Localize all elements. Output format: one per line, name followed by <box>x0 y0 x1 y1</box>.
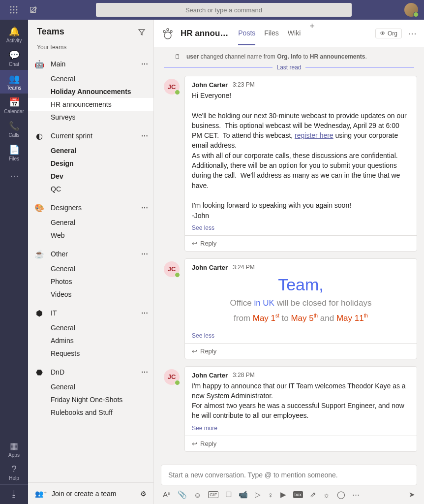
reply-button[interactable]: ↩Reply <box>185 235 417 251</box>
svg-point-13 <box>170 31 172 32</box>
org-visibility[interactable]: 👁Org <box>375 29 402 38</box>
channel-item[interactable]: General <box>28 321 153 334</box>
team-icon: 🎨 <box>33 201 46 214</box>
join-create-team[interactable]: Join or create a team <box>52 490 135 498</box>
channel-item[interactable]: Rulebooks and Stuff <box>28 406 153 419</box>
youtube-icon[interactable]: ▶ <box>280 490 286 499</box>
app-launcher-icon[interactable] <box>4 6 24 14</box>
rail-calendar[interactable]: 📅Calendar <box>0 94 28 117</box>
channel-item[interactable]: Design <box>28 157 153 170</box>
emoji-icon[interactable]: ☺ <box>194 491 201 499</box>
reply-button[interactable]: ↩Reply <box>185 436 417 451</box>
team-row[interactable]: 🤖Main⋯ <box>28 56 153 72</box>
tab-files[interactable]: Files <box>264 21 279 45</box>
message-body: I'm happy to announce that our IT Team w… <box>192 381 410 421</box>
box-icon[interactable]: box <box>293 491 303 498</box>
channel-item[interactable]: General <box>28 216 153 229</box>
stream-icon[interactable]: ▷ <box>255 490 261 499</box>
rail-chat[interactable]: 💬Chat <box>0 46 28 70</box>
weather-icon[interactable]: ☼ <box>323 491 330 499</box>
message-author[interactable]: John Carter <box>192 372 228 379</box>
channel-item[interactable]: General <box>28 262 153 275</box>
rail-download[interactable]: ⭳ <box>0 484 28 504</box>
channel-item[interactable]: QC <box>28 183 153 195</box>
team-name: Designers <box>51 204 136 212</box>
team-more-button[interactable]: ⋯ <box>141 309 149 317</box>
rail-more[interactable]: ⋯ <box>0 164 28 188</box>
channel-item[interactable]: Surveys <box>28 111 153 124</box>
channel-item[interactable]: General <box>28 72 153 85</box>
compose-icon[interactable] <box>24 5 43 14</box>
team-row[interactable]: ⬢IT⋯ <box>28 305 153 321</box>
stocks-icon[interactable]: ⇗ <box>310 490 316 499</box>
attach-icon[interactable]: 📎 <box>178 490 187 499</box>
team-more-button[interactable]: ⋯ <box>141 60 149 68</box>
svg-point-11 <box>167 29 169 31</box>
meet-icon[interactable]: 📹 <box>239 490 248 499</box>
channel-item[interactable]: Dev <box>28 170 153 183</box>
rail-help[interactable]: ?Help <box>0 461 28 484</box>
composer-input[interactable] <box>161 465 417 485</box>
channel-item[interactable]: Web <box>28 229 153 242</box>
channel-item[interactable]: HR announcements <box>28 98 153 111</box>
message-avatar[interactable]: JC <box>164 261 180 277</box>
message-author[interactable]: John Carter <box>192 264 228 271</box>
sticker-icon[interactable]: ☐ <box>225 490 232 499</box>
filter-icon[interactable] <box>138 28 146 36</box>
channel-item[interactable]: Photos <box>28 275 153 288</box>
tab-wiki[interactable]: Wiki <box>288 21 301 45</box>
rail-calendar-label: Calendar <box>4 109 24 114</box>
send-button[interactable]: ➤ <box>409 490 415 499</box>
tab-posts[interactable]: Posts <box>238 21 255 45</box>
reply-button[interactable]: ↩Reply <box>185 343 417 359</box>
rail-activity[interactable]: 🔔Activity <box>0 23 28 46</box>
team-more-button[interactable]: ⋯ <box>141 132 149 140</box>
team-name: Current sprint <box>51 132 136 140</box>
team-row[interactable]: 🎨Designers⋯ <box>28 199 153 216</box>
message: JCJohn Carter3:28 PMI'm happy to announc… <box>161 366 417 452</box>
team-more-button[interactable]: ⋯ <box>141 204 149 212</box>
see-toggle[interactable]: See less <box>192 332 410 339</box>
gif-icon[interactable]: GIF <box>208 491 218 498</box>
rail-calls[interactable]: 📞Calls <box>0 117 28 141</box>
register-link[interactable]: register here <box>295 131 333 139</box>
search-input[interactable] <box>96 3 352 17</box>
message-author[interactable]: John Carter <box>192 81 228 89</box>
channel-icon <box>161 27 175 40</box>
see-toggle[interactable]: See less <box>192 224 410 231</box>
team-more-button[interactable]: ⋯ <box>141 250 149 258</box>
add-tab-button[interactable]: + <box>309 21 315 45</box>
channel-item[interactable]: Admins <box>28 334 153 347</box>
channel-item[interactable]: Videos <box>28 288 153 301</box>
more-apps-icon[interactable]: ⋯ <box>352 490 360 499</box>
team-more-button[interactable]: ⋯ <box>141 368 149 376</box>
channel-more-button[interactable]: ⋯ <box>408 28 417 39</box>
praise-icon[interactable]: ♀ <box>268 491 273 499</box>
reply-icon: ↩ <box>192 240 197 247</box>
team-row[interactable]: ⬣DnD⋯ <box>28 364 153 380</box>
github-icon[interactable]: ◯ <box>337 490 345 499</box>
reply-icon: ↩ <box>192 440 197 447</box>
rail-calls-label: Calls <box>8 132 19 138</box>
team-row[interactable]: ☕Other⋯ <box>28 246 153 262</box>
message-body: Hi Everyone! We'll be holding our next 3… <box>192 91 410 220</box>
message-avatar[interactable]: JC <box>164 79 180 94</box>
team-row[interactable]: ◐Current sprint⋯ <box>28 127 153 144</box>
message-time: 3:24 PM <box>233 264 255 271</box>
see-toggle[interactable]: See more <box>192 425 410 432</box>
rail-apps[interactable]: ▦Apps <box>0 437 28 461</box>
message-avatar[interactable]: JC <box>164 369 180 385</box>
settings-icon[interactable]: ⚙ <box>140 490 147 498</box>
channel-item[interactable]: Friday Night One-Shots <box>28 393 153 406</box>
channel-item[interactable]: Requests <box>28 347 153 360</box>
channel-item[interactable]: General <box>28 144 153 157</box>
top-bar <box>0 0 424 20</box>
channel-item[interactable]: Holiday Announcements <box>28 85 153 98</box>
avatar[interactable] <box>404 3 418 17</box>
format-icon[interactable]: Aᵃ <box>163 490 171 499</box>
rail-files[interactable]: 📄Files <box>0 141 28 164</box>
channel-item[interactable]: General <box>28 380 153 393</box>
channel-header: HR annou… Posts Files Wiki + 👁Org ⋯ <box>154 20 424 47</box>
svg-point-3 <box>10 9 12 11</box>
rail-teams[interactable]: 👥Teams <box>0 70 28 94</box>
